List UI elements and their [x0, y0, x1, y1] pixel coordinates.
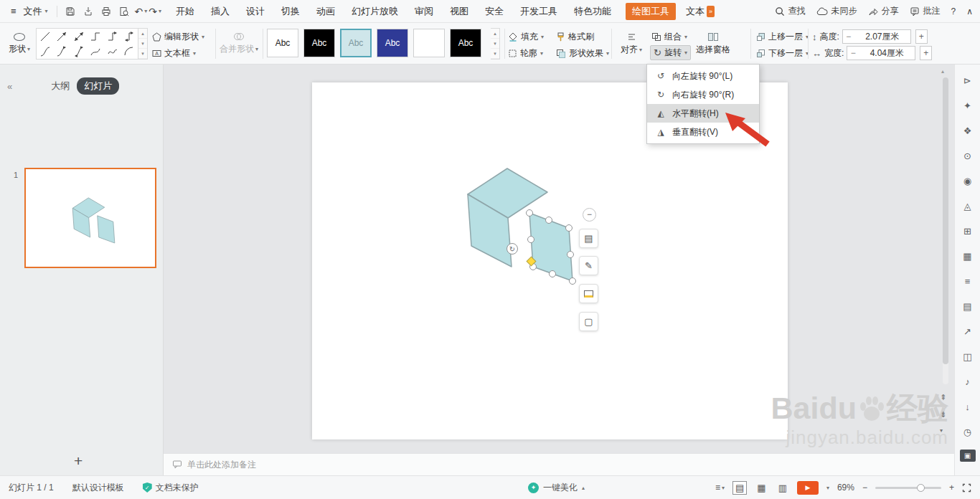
- notes-toggle-button[interactable]: ≡ ▾: [715, 483, 725, 493]
- scrollbar-down-icon[interactable]: ▾: [940, 427, 943, 434]
- shape-line-arrow[interactable]: [54, 29, 71, 44]
- format-painter-button[interactable]: 格式刷: [556, 31, 594, 43]
- comments-button[interactable]: 批注: [910, 5, 941, 17]
- style-preset-1[interactable]: Abc: [267, 29, 298, 57]
- object-toolbar-collapse-button[interactable]: −: [583, 208, 596, 222]
- tab-text-tools[interactable]: 文本: [686, 5, 705, 18]
- height-increment-button[interactable]: +: [915, 29, 928, 44]
- tab-insert[interactable]: 插入: [211, 5, 230, 18]
- file-menu[interactable]: 文件 ▾: [20, 5, 52, 18]
- fill-color-button[interactable]: [579, 284, 598, 303]
- zoom-in-button[interactable]: +: [949, 483, 954, 493]
- shape-curve-arrow[interactable]: [54, 44, 71, 59]
- apps-icon[interactable]: ⊞: [961, 224, 975, 238]
- fit-slide-button[interactable]: [962, 483, 971, 493]
- shape-curve-double-arrow[interactable]: [70, 44, 88, 59]
- resize-handle[interactable]: [550, 271, 556, 277]
- selection-pane-button[interactable]: 选择窗格: [693, 27, 733, 60]
- slide-counter[interactable]: 幻灯片 1 / 1: [9, 482, 54, 494]
- search-button[interactable]: 查找: [775, 5, 806, 17]
- edit-shape-button[interactable]: 编辑形状 ▾: [152, 31, 204, 43]
- help-button[interactable]: ?: [951, 6, 956, 16]
- chart-icon[interactable]: ▦: [961, 249, 975, 263]
- folder-icon[interactable]: ▤: [961, 299, 975, 313]
- play-options-icon[interactable]: ▾: [826, 485, 829, 491]
- vertical-scrollbar[interactable]: [943, 77, 948, 384]
- notes-bar[interactable]: 单击此处添加备注: [164, 453, 954, 475]
- comment-icon[interactable]: ⊙: [961, 148, 975, 163]
- text-box-button[interactable]: A 文本框 ▾: [152, 47, 196, 60]
- view-reading-button[interactable]: ▥: [776, 482, 789, 494]
- menu-item-rotate-right-90[interactable]: ↻ 向右旋转 90°(R): [647, 85, 759, 104]
- doc-protection-status[interactable]: ✓ 文档未保护: [143, 482, 199, 494]
- style-brush-button[interactable]: ✎: [579, 256, 598, 275]
- more-context-tabs-button[interactable]: »: [707, 6, 715, 17]
- scroll-down-icon[interactable]: ▾: [138, 39, 147, 49]
- style-preset-2[interactable]: Abc: [303, 29, 335, 57]
- view-slide-sorter-button[interactable]: ▦: [755, 482, 768, 494]
- scroll-up-icon[interactable]: ▴: [491, 29, 499, 39]
- map-pin-icon[interactable]: ◉: [961, 174, 975, 188]
- audio-icon[interactable]: ♪: [961, 374, 975, 389]
- task-pane-icon[interactable]: ▣: [960, 450, 976, 462]
- tab-slides[interactable]: 幻灯片: [77, 77, 119, 95]
- menu-item-rotate-left-90[interactable]: ↺ 向左旋转 90°(L): [647, 67, 759, 85]
- sync-status[interactable]: 未同步: [816, 5, 857, 17]
- send-backward-button[interactable]: 下移一层 ▾: [756, 47, 809, 60]
- tab-view[interactable]: 视图: [450, 5, 468, 18]
- undo-button[interactable]: ↶: [135, 6, 143, 17]
- tab-features[interactable]: 特色功能: [574, 5, 611, 18]
- scroll-down-icon[interactable]: ▾: [491, 39, 499, 49]
- resize-handle[interactable]: [546, 217, 552, 224]
- layer-button[interactable]: ▤: [579, 229, 598, 248]
- tab-design[interactable]: 设计: [246, 5, 265, 18]
- width-input[interactable]: − 4.04厘米: [847, 46, 915, 60]
- height-decrement-button[interactable]: −: [843, 32, 854, 42]
- tab-transition[interactable]: 切换: [281, 5, 300, 18]
- bring-forward-button[interactable]: 上移一层 ▾: [756, 31, 809, 43]
- template-name[interactable]: 默认设计模板: [72, 482, 124, 494]
- previous-slide-button[interactable]: ⇞: [940, 393, 946, 402]
- share-button[interactable]: 分享: [868, 5, 899, 17]
- width-increment-button[interactable]: +: [920, 46, 932, 60]
- fill-button[interactable]: 填充 ▾: [508, 31, 544, 43]
- zoom-slider-thumb[interactable]: [917, 484, 925, 492]
- scroll-up-icon[interactable]: ▴: [138, 29, 147, 39]
- slideshow-play-button[interactable]: ▶: [797, 481, 819, 495]
- shape-elbow-double-arrow[interactable]: [121, 29, 138, 44]
- shape-line[interactable]: [37, 29, 54, 44]
- zoom-percent[interactable]: 69%: [837, 483, 854, 493]
- redo-button[interactable]: ↷: [149, 6, 157, 17]
- shape-scribble[interactable]: [104, 44, 121, 59]
- outline-list-icon[interactable]: ≡: [961, 274, 975, 288]
- shape-curve[interactable]: [37, 44, 54, 59]
- ink-icon[interactable]: ◬: [961, 199, 975, 213]
- hamburger-icon[interactable]: ≡: [7, 6, 20, 16]
- width-value[interactable]: 4.04厘米: [859, 47, 915, 60]
- shapes-button[interactable]: 形状 ▾: [6, 27, 33, 60]
- save-button[interactable]: [65, 6, 75, 16]
- print-preview-button[interactable]: [119, 6, 129, 16]
- shape-effects-button[interactable]: 形状效果 ▾: [556, 47, 609, 60]
- style-preset-6[interactable]: Abc: [450, 29, 481, 57]
- resize-handle[interactable]: [527, 210, 533, 217]
- rotate-button[interactable]: ↻ 旋转 ▾: [650, 45, 691, 60]
- print-button[interactable]: [101, 6, 111, 16]
- outline-frame-button[interactable]: ▢: [579, 312, 598, 331]
- merge-shapes-icon[interactable]: ❖: [961, 123, 975, 138]
- tab-security[interactable]: 安全: [485, 5, 504, 18]
- tab-slideshow[interactable]: 幻灯片放映: [352, 5, 398, 18]
- tab-home[interactable]: 开始: [176, 5, 194, 18]
- slide-thumbnail[interactable]: [24, 168, 156, 268]
- tab-review[interactable]: 审阅: [415, 5, 433, 18]
- undo-caret-icon[interactable]: ▾: [144, 8, 147, 14]
- next-slide-button[interactable]: ⇟: [940, 410, 946, 419]
- scrollbar-up-icon[interactable]: ▴: [941, 68, 944, 75]
- view-normal-button[interactable]: ▤: [732, 481, 747, 495]
- share-icon[interactable]: ↗: [961, 324, 975, 338]
- resize-handle[interactable]: [567, 252, 574, 258]
- zoom-slider[interactable]: [875, 487, 941, 489]
- tab-drawing-tools[interactable]: 绘图工具: [626, 3, 676, 20]
- resize-handle[interactable]: [528, 237, 534, 243]
- collapse-ribbon-button[interactable]: ∧: [966, 6, 973, 16]
